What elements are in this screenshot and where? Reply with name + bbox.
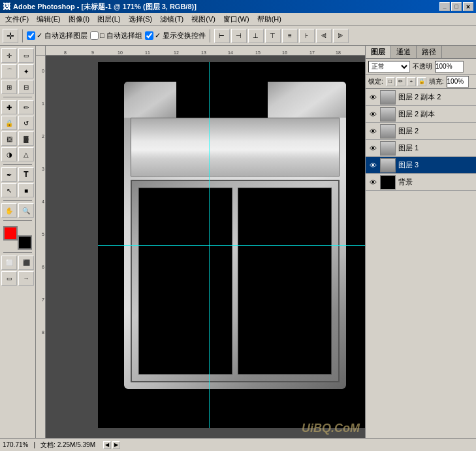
floppy-window-left <box>138 188 232 375</box>
floppy-label <box>131 118 340 176</box>
type-tool[interactable]: T <box>18 167 34 182</box>
scroll-right-btn[interactable]: ▶ <box>112 441 120 449</box>
layer-eye-4[interactable]: 👁 <box>368 161 377 170</box>
tab-paths[interactable]: 路径 <box>417 46 442 58</box>
layer-eye-3[interactable]: 👁 <box>368 144 377 153</box>
fill-input[interactable] <box>447 76 469 88</box>
background-color-swatch[interactable] <box>18 235 32 250</box>
layers-lock-row: 锁定: □ ✏ + 🔒 填充: <box>366 75 476 89</box>
tab-channels[interactable]: 通道 <box>391 46 417 58</box>
menu-select[interactable]: 选择(S) <box>125 13 157 25</box>
gradient-tool[interactable]: ▓ <box>18 131 34 146</box>
align-right-btn[interactable]: ⊥ <box>248 29 264 43</box>
hand-tool[interactable]: ✋ <box>1 203 17 218</box>
menu-image[interactable]: 图像(I) <box>65 13 93 25</box>
tools-panel: ✛ ▭ ⌒ ✦ ⊞ ⊟ ✚ ✏ 🔒 ↺ ▨ ▓ ◑ △ ✒ <box>0 46 36 438</box>
menu-file[interactable]: 文件(F) <box>1 13 33 25</box>
distribute-v-btn[interactable]: ⫸ <box>333 29 349 43</box>
layer-item-5[interactable]: 👁 背景 <box>366 174 476 191</box>
layer-item-0[interactable]: 👁 图层 2 副本 2 <box>366 89 476 106</box>
lock-transparent-btn[interactable]: □ <box>386 77 395 86</box>
layer-eye-5[interactable]: 👁 <box>368 178 377 187</box>
path-select-tool[interactable]: ↖ <box>1 183 17 197</box>
shape-tool[interactable]: ■ <box>18 183 34 197</box>
minimize-button[interactable]: _ <box>439 2 450 11</box>
pen-tool[interactable]: ✒ <box>1 167 17 182</box>
canvas-area[interactable]: 8 9 10 11 12 13 14 15 16 17 18 0 1 2 3 4… <box>36 46 365 438</box>
toolbar: ✛ ✓ 自动选择图层 □ 自动选择组 ✓ 显示变换控件 ⊢ ⊣ ⊥ ⊤ ≡ ⊦ … <box>0 26 476 46</box>
zoom-tool[interactable]: 🔍 <box>18 203 34 218</box>
menu-edit[interactable]: 编辑(E) <box>33 13 65 25</box>
align-center-btn[interactable]: ⊣ <box>231 29 247 43</box>
tab-layers[interactable]: 图层 <box>366 46 391 58</box>
layer-name-1: 图层 2 副本 <box>398 109 473 119</box>
canvas-wrapper[interactable]: UiBQ.CoM <box>46 56 365 438</box>
eraser-tool[interactable]: ▨ <box>1 131 17 146</box>
layer-item-4[interactable]: 👁 图层 3 <box>366 157 476 174</box>
distribute-h-btn[interactable]: ⫷ <box>316 29 332 43</box>
lock-position-btn[interactable]: + <box>407 77 416 86</box>
maximize-button[interactable]: □ <box>451 2 462 11</box>
lock-image-btn[interactable]: ✏ <box>396 77 405 86</box>
foreground-color-swatch[interactable] <box>3 226 18 241</box>
menu-window[interactable]: 窗口(W) <box>219 13 253 25</box>
align-bottom-btn[interactable]: ⊦ <box>299 29 315 43</box>
clone-tool[interactable]: 🔒 <box>1 116 17 130</box>
transform-controls: ⊢ ⊣ ⊥ ⊤ ≡ ⊦ ⫷ ⫸ <box>214 29 349 43</box>
menu-filter[interactable]: 滤镜(T) <box>156 13 187 25</box>
crop-tool[interactable]: ⊞ <box>1 80 17 94</box>
layer-item-1[interactable]: 👁 图层 2 副本 <box>366 106 476 123</box>
ruler-v-tick-8: 8 <box>42 330 44 335</box>
menu-help[interactable]: 帮助(H) <box>253 13 285 25</box>
lock-all-btn[interactable]: 🔒 <box>417 77 426 86</box>
auto-select-group-check[interactable] <box>90 31 99 40</box>
scroll-left-btn[interactable]: ◀ <box>103 441 111 449</box>
show-transform-check[interactable] <box>145 31 153 40</box>
layer-item-3[interactable]: 👁 图层 1 <box>366 140 476 157</box>
ruler-h-tick-17: 17 <box>309 50 315 55</box>
blend-mode-select[interactable]: 正常 <box>368 61 410 73</box>
layer-eye-2[interactable]: 👁 <box>368 127 377 136</box>
move-tool-btn[interactable]: ✛ <box>3 29 18 43</box>
menu-layer[interactable]: 图层(L) <box>93 13 124 25</box>
show-transform-label[interactable]: ✓ 显示变换控件 <box>145 31 206 41</box>
move-tool[interactable]: ✛ <box>1 48 17 63</box>
lock-label: 锁定: <box>368 77 383 86</box>
layer-eye-1[interactable]: 👁 <box>368 110 377 119</box>
layer-eye-0[interactable]: 👁 <box>368 93 377 102</box>
tool-row-2: ⌒ ✦ <box>1 64 34 78</box>
align-middle-btn[interactable]: ≡ <box>282 29 298 43</box>
dodge-tool[interactable]: ◑ <box>1 147 17 161</box>
tool-row-10: ✋ 🔍 <box>1 203 34 218</box>
tool-row-mode: ⬜ ⬛ <box>1 256 34 270</box>
menu-bar: 文件(F) 编辑(E) 图像(I) 图层(L) 选择(S) 滤镜(T) 视图(V… <box>0 13 476 26</box>
canvas-content <box>98 62 365 428</box>
auto-select-layer-label[interactable]: ✓ 自动选择图层 <box>27 31 87 41</box>
auto-select-layer-check[interactable] <box>27 31 35 40</box>
tool-separator-3 <box>3 200 32 201</box>
history-brush-tool[interactable]: ↺ <box>18 116 34 130</box>
close-button[interactable]: × <box>463 2 473 11</box>
layer-item-2[interactable]: 👁 图层 2 <box>366 123 476 140</box>
scroll-arrows: ◀ ▶ <box>103 441 120 449</box>
color-swatches <box>3 226 32 250</box>
heal-tool[interactable]: ✚ <box>1 100 17 114</box>
sharpen-tool[interactable]: △ <box>18 147 34 161</box>
layer-name-2: 图层 2 <box>398 126 473 136</box>
align-top-btn[interactable]: ⊤ <box>265 29 281 43</box>
lasso-tool[interactable]: ⌒ <box>1 64 17 78</box>
align-left-btn[interactable]: ⊢ <box>214 29 230 43</box>
auto-select-group-label[interactable]: □ 自动选择组 <box>90 31 142 41</box>
imageready-btn[interactable]: → <box>18 271 34 286</box>
slice-tool[interactable]: ⊟ <box>18 80 34 94</box>
standard-mode-btn[interactable]: ⬜ <box>1 256 17 270</box>
tool-row-7: ◑ △ <box>1 147 34 161</box>
opacity-input[interactable] <box>435 61 464 73</box>
title-text: 🖼 Adobe Photoshop - [未标题-1 @ 171% (图层 3,… <box>3 2 197 12</box>
magic-wand-tool[interactable]: ✦ <box>18 64 34 78</box>
quick-mask-btn[interactable]: ⬛ <box>18 256 34 270</box>
marquee-tool[interactable]: ▭ <box>18 48 34 63</box>
brush-tool[interactable]: ✏ <box>18 100 34 114</box>
menu-view[interactable]: 视图(V) <box>187 13 219 25</box>
screen-mode-btn[interactable]: ▭ <box>1 271 17 286</box>
